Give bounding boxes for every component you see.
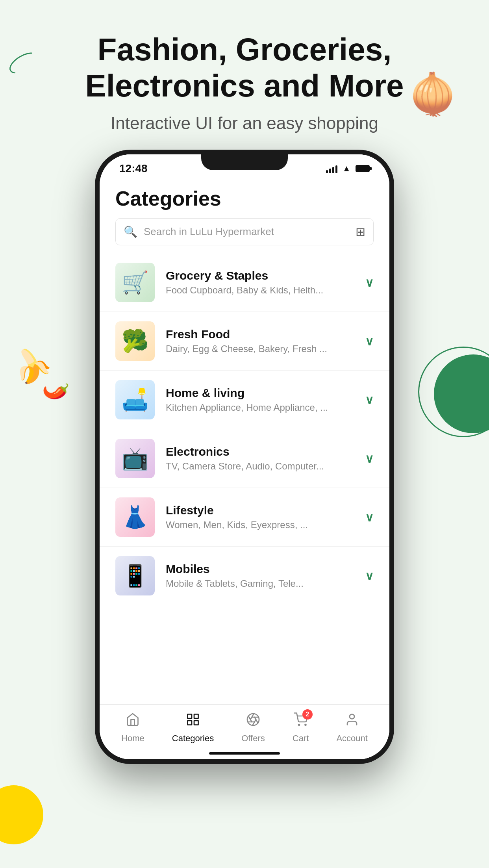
wifi-icon: ▲ xyxy=(342,163,351,174)
home-nav-icon xyxy=(126,712,140,730)
phone-screen: 12:48 ▲ Categories xyxy=(100,154,389,759)
category-image-lifestyle: 👗 xyxy=(115,497,155,537)
category-sub-fresh: Dairy, Egg & Cheese, Bakery, Fresh ... xyxy=(166,343,365,354)
category-sub-lifestyle: Women, Men, Kids, Eyexpress, ... xyxy=(166,519,365,530)
page-title: Categories xyxy=(115,187,374,210)
category-name-grocery: Grocery & Staples xyxy=(166,269,365,282)
nav-label-account: Account xyxy=(336,733,368,744)
category-name-fresh: Fresh Food xyxy=(166,328,365,341)
category-image-mobiles: 📱 xyxy=(115,556,155,595)
svg-rect-3 xyxy=(194,721,198,725)
hero-title: Fashion, Groceries, Electronics and More xyxy=(31,32,458,104)
phone-notch xyxy=(201,154,288,170)
chevron-icon-electronics: ∨ xyxy=(365,452,374,466)
offers-nav-icon xyxy=(246,712,260,730)
category-item-mobiles[interactable]: 📱 Mobiles Mobile & Tablets, Gaming, Tele… xyxy=(100,547,389,605)
chevron-icon-grocery: ∨ xyxy=(365,276,374,289)
phone-frame: 12:48 ▲ Categories xyxy=(95,150,394,764)
onion-decoration: 🧅 xyxy=(408,71,458,117)
nav-label-home: Home xyxy=(121,733,144,744)
page-header: Categories xyxy=(100,179,389,218)
nav-item-categories[interactable]: Categories xyxy=(172,712,214,744)
category-image-fresh: 🥦 xyxy=(115,321,155,361)
svg-point-12 xyxy=(305,724,306,725)
categories-nav-icon xyxy=(186,712,200,730)
account-nav-icon xyxy=(345,712,359,730)
signal-icon xyxy=(326,164,337,173)
category-item-electronics[interactable]: 📺 Electronics TV, Camera Store, Audio, C… xyxy=(100,429,389,488)
search-placeholder: Search in LuLu Hypermarket xyxy=(144,226,356,238)
cart-badge: 2 xyxy=(302,709,313,720)
svg-rect-1 xyxy=(194,714,198,719)
category-item-lifestyle[interactable]: 👗 Lifestyle Women, Men, Kids, Eyexpress,… xyxy=(100,488,389,547)
category-sub-electronics: TV, Camera Store, Audio, Computer... xyxy=(166,461,365,472)
category-image-electronics: 📺 xyxy=(115,439,155,478)
status-icons: ▲ xyxy=(326,163,370,174)
category-image-home: 🛋️ xyxy=(115,380,155,419)
nav-label-categories: Categories xyxy=(172,733,214,744)
category-sub-home: Kitchen Appliance, Home Appliance, ... xyxy=(166,402,365,413)
nav-item-home[interactable]: Home xyxy=(121,712,144,744)
bottom-navigation: Home Categories xyxy=(100,704,389,759)
chevron-icon-mobiles: ∨ xyxy=(365,569,374,583)
hero-subtitle: Interactive UI for an easy shopping xyxy=(31,113,458,133)
category-name-home: Home & living xyxy=(166,386,365,400)
chevron-icon-fresh: ∨ xyxy=(365,334,374,348)
bg-yellow-circle xyxy=(0,785,43,844)
chevron-icon-home: ∨ xyxy=(365,393,374,407)
category-name-electronics: Electronics xyxy=(166,445,365,458)
bg-green-circle-outline xyxy=(418,347,489,437)
category-info-fresh: Fresh Food Dairy, Egg & Cheese, Bakery, … xyxy=(166,328,365,354)
category-name-mobiles: Mobiles xyxy=(166,562,365,576)
status-time: 12:48 xyxy=(119,162,148,175)
svg-point-13 xyxy=(350,714,354,719)
barcode-icon[interactable]: ⊞ xyxy=(356,225,365,239)
home-indicator xyxy=(209,752,280,755)
category-list: 🛒 Grocery & Staples Food Cupboard, Baby … xyxy=(100,253,389,605)
chevron-icon-lifestyle: ∨ xyxy=(365,510,374,524)
category-info-electronics: Electronics TV, Camera Store, Audio, Com… xyxy=(166,445,365,472)
svg-point-11 xyxy=(298,724,300,725)
category-info-mobiles: Mobiles Mobile & Tablets, Gaming, Tele..… xyxy=(166,562,365,589)
nav-item-account[interactable]: Account xyxy=(336,712,368,744)
search-bar[interactable]: 🔍 Search in LuLu Hypermarket ⊞ xyxy=(115,218,374,245)
battery-icon xyxy=(356,165,370,172)
category-sub-grocery: Food Cupboard, Baby & Kids, Helth... xyxy=(166,285,365,296)
category-item-fresh[interactable]: 🥦 Fresh Food Dairy, Egg & Cheese, Bakery… xyxy=(100,312,389,371)
cart-nav-icon: 2 xyxy=(294,712,308,730)
app-content: Categories 🔍 Search in LuLu Hypermarket … xyxy=(100,179,389,752)
category-item-home[interactable]: 🛋️ Home & living Kitchen Appliance, Home… xyxy=(100,371,389,429)
category-image-grocery: 🛒 xyxy=(115,263,155,302)
nav-item-cart[interactable]: 2 Cart xyxy=(293,712,309,744)
nav-item-offers[interactable]: Offers xyxy=(241,712,265,744)
category-info-lifestyle: Lifestyle Women, Men, Kids, Eyexpress, .… xyxy=(166,504,365,530)
category-sub-mobiles: Mobile & Tablets, Gaming, Tele... xyxy=(166,578,365,589)
search-icon: 🔍 xyxy=(124,225,137,238)
nav-label-offers: Offers xyxy=(241,733,265,744)
phone-mockup: 12:48 ▲ Categories xyxy=(95,150,394,772)
category-info-home: Home & living Kitchen Appliance, Home Ap… xyxy=(166,386,365,413)
svg-rect-2 xyxy=(187,721,192,725)
category-info-grocery: Grocery & Staples Food Cupboard, Baby & … xyxy=(166,269,365,296)
category-name-lifestyle: Lifestyle xyxy=(166,504,365,517)
svg-rect-0 xyxy=(187,714,192,719)
category-item-grocery[interactable]: 🛒 Grocery & Staples Food Cupboard, Baby … xyxy=(100,253,389,312)
nav-label-cart: Cart xyxy=(293,733,309,744)
